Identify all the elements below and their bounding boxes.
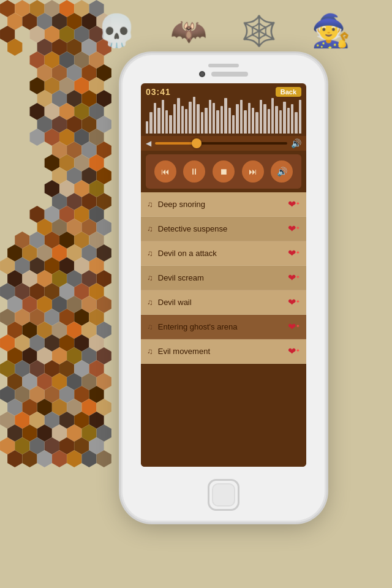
eq-bar-22 [232,115,235,134]
song-title-0: Deep snoring [158,200,288,209]
phone-top [123,55,325,77]
song-heart-3[interactable]: ❤✦ [288,271,300,284]
phone-earpiece [211,72,248,77]
eq-bar-28 [255,112,258,134]
fast-forward-button[interactable]: ⏭ [242,160,264,183]
song-note-icon: ♫ [147,322,153,331]
phone-camera-row [199,71,248,77]
seek-fill [155,142,195,145]
eq-bar-11 [189,102,191,134]
volume-right-icon: 🔊 [291,138,301,148]
eq-bar-30 [263,104,266,134]
song-note-icon: ♫ [147,298,153,307]
eq-bar-18 [216,110,219,134]
spiderweb-icon: 🕸️ [241,14,277,48]
home-button-inner [212,483,235,507]
eq-bar-16 [209,100,211,134]
song-item-2[interactable]: ♫Devil on a attack❤✦ [141,241,306,266]
eq-bar-34 [279,110,282,134]
eq-bar-32 [271,98,274,134]
seek-bar-container[interactable]: ◀ 🔊 [141,136,306,151]
eq-bar-2 [154,103,156,134]
song-title-6: Evil movement [158,347,288,356]
song-heart-1[interactable]: ❤✦ [288,222,300,235]
eq-bar-7 [173,104,176,134]
skull-icon: 💀 [97,12,137,50]
eq-bar-37 [291,104,293,134]
eq-bar-4 [162,100,164,134]
eq-bar-19 [221,106,223,134]
song-note-icon: ♫ [147,224,153,233]
eq-bar-39 [299,100,301,134]
song-note-icon: ♫ [147,200,153,209]
eq-bar-36 [287,108,290,134]
song-title-3: Devil scream [158,273,288,282]
seek-track[interactable] [155,142,287,145]
phone-speaker [208,64,239,67]
eq-bar-9 [181,106,184,134]
eq-bar-3 [157,108,160,134]
eq-bar-20 [224,98,227,134]
song-title-4: Devil wail [158,298,288,307]
back-button[interactable]: Back [276,87,301,97]
song-heart-2[interactable]: ❤✦ [288,247,300,260]
eq-bar-10 [185,109,187,134]
eq-bar-21 [228,108,231,134]
song-note-icon: ♫ [147,249,153,258]
controls-row: ⏮ ⏸ ⏹ ⏭ 🔊 [146,154,301,189]
eq-bar-5 [165,110,168,134]
eq-bar-29 [260,100,262,134]
eq-bar-35 [283,102,285,134]
phone-screen: 03:41 Back ◀ 🔊 ⏮ ⏸ ⏹ ⏭ 🔊 ♫Deep snoring❤✦… [141,83,306,467]
song-heart-5[interactable]: ❤✦ [288,320,300,333]
timer-display: 03:41 [146,87,171,97]
stop-button[interactable]: ⏹ [213,160,235,183]
eq-bar-31 [268,109,270,134]
song-heart-0[interactable]: ❤✦ [288,198,300,211]
eq-bar-24 [240,100,243,134]
song-heart-4[interactable]: ❤✦ [288,296,300,309]
rewind-button[interactable]: ⏮ [154,160,176,183]
eq-bar-38 [295,112,297,134]
song-item-4[interactable]: ♫Devil wail❤✦ [141,290,306,315]
song-title-1: Detective suspense [158,224,288,233]
eq-bar-15 [205,108,207,134]
halloween-icons-row: 💀 🦇 🕸️ 🧙 [80,12,368,50]
song-list: ♫Deep snoring❤✦♫Detective suspense❤✦♫Dev… [141,192,306,467]
song-title-5: Entering ghost's arena [158,322,288,331]
song-note-icon: ♫ [147,273,153,282]
equalizer [141,99,306,136]
seek-thumb[interactable] [192,138,202,148]
eq-bar-25 [244,110,246,134]
volume-button[interactable]: 🔊 [271,160,293,183]
eq-bar-33 [275,106,277,134]
song-heart-6[interactable]: ❤✦ [288,345,300,358]
eq-bar-6 [169,115,172,134]
hex-mosaic-decoration [0,0,123,588]
pause-button[interactable]: ⏸ [183,160,205,183]
eq-bar-13 [197,104,199,134]
phone-frame: 03:41 Back ◀ 🔊 ⏮ ⏸ ⏹ ⏭ 🔊 ♫Deep snoring❤✦… [123,55,325,521]
bats-icon: 🦇 [170,14,207,48]
eq-bar-0 [146,121,148,134]
song-item-6[interactable]: ♫Evil movement❤✦ [141,339,306,364]
song-item-0[interactable]: ♫Deep snoring❤✦ [141,192,306,217]
song-title-2: Devil on a attack [158,249,288,258]
eq-bar-17 [213,103,215,134]
eq-bar-14 [201,112,203,134]
eq-bar-27 [252,108,254,134]
song-note-icon: ♫ [147,347,153,356]
screen-topbar: 03:41 Back [141,83,306,99]
witchhat-icon: 🧙 [311,12,351,50]
song-item-1[interactable]: ♫Detective suspense❤✦ [141,217,306,241]
eq-bar-1 [149,112,152,134]
eq-bar-12 [193,97,195,134]
song-item-5[interactable]: ♫Entering ghost's arena❤✦ [141,315,306,339]
phone-camera [199,71,205,77]
home-button[interactable] [208,479,239,511]
eq-bar-23 [236,104,238,134]
eq-bar-8 [177,98,179,134]
seek-left-icon: ◀ [146,139,151,148]
song-item-3[interactable]: ♫Devil scream❤✦ [141,266,306,290]
eq-bar-26 [248,103,251,134]
